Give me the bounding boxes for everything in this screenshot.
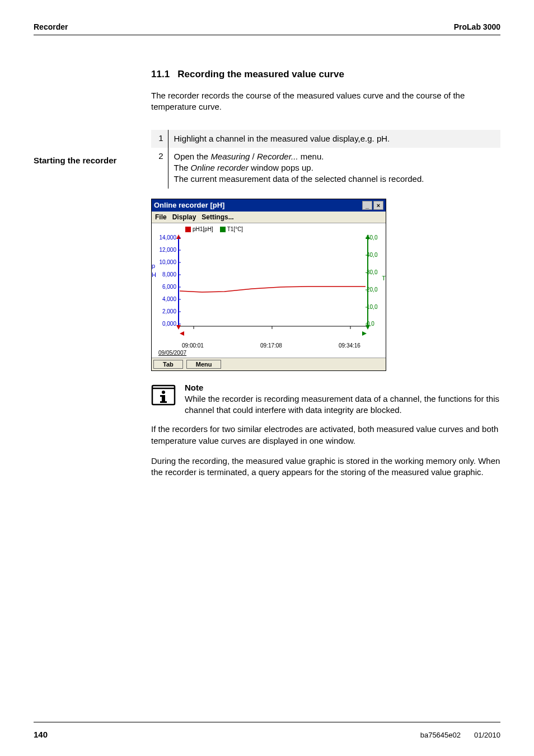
page-number: 140 [34,730,48,739]
intro-paragraph: The recorder records the course of the m… [151,90,500,113]
svg-marker-6 [366,325,370,330]
step-text: Highlight a channel in the measured valu… [168,130,500,148]
step-number: 1 [151,130,168,148]
minimize-button[interactable]: _ [362,201,372,210]
menu-display[interactable]: Display [172,213,196,221]
menu-file[interactable]: File [155,213,167,221]
svg-marker-24 [180,331,184,336]
svg-rect-31 [160,401,167,403]
svg-marker-25 [362,331,367,336]
chart-area: pH1[pH] T1[°C] 14,000 12,000 10,000 8,00… [152,223,386,358]
window-titlebar[interactable]: Online recorder [pH] _ × [152,199,386,212]
svg-marker-4 [176,325,181,330]
svg-marker-3 [176,234,181,239]
note-body: While the recorder is recording measurem… [185,393,500,416]
step-text: Open the Measuring / Recorder... menu. T… [168,148,500,189]
section-number: 11.1 [151,69,170,79]
footer-rule [34,722,500,722]
steps-table: 1 Highlight a channel in the measured va… [151,130,500,189]
footer-date: 01/2010 [474,731,500,739]
note-heading: Note [185,382,500,393]
x-tick: 09:34:16 [339,342,360,349]
step-number: 2 [151,148,168,189]
svg-rect-30 [160,395,163,397]
section-title-text: Recording the measured value curve [177,69,344,79]
menu-settings[interactable]: Settings... [202,213,233,221]
chart-svg [152,223,387,358]
section-title: 11.1 Recording the measured value curve [151,69,500,80]
header-right: ProLab 3000 [454,22,500,31]
x-tick: 09:17:08 [260,342,282,349]
header-rule [34,35,500,35]
header-left: Recorder [34,22,68,31]
menu-button[interactable]: Menu [186,360,222,369]
chart-date: 09/05/2007 [158,350,186,356]
recorder-window: Online recorder [pH] _ × File Display Se… [151,199,386,371]
paragraph-3: During the recording, the measured value… [151,456,500,478]
margin-label: Starting the recorder [34,156,140,165]
paragraph-2: If the recorders for two similar electro… [151,424,500,447]
svg-marker-5 [366,234,370,239]
close-button[interactable]: × [373,201,383,210]
info-icon [151,382,176,407]
tab-button[interactable]: Tab [153,360,183,369]
window-menubar: File Display Settings... [152,212,386,223]
svg-point-28 [162,391,165,394]
window-footer: Tab Menu [152,358,386,370]
window-title: Online recorder [pH] [154,201,224,209]
footer-docid: ba75645e02 [420,731,461,739]
x-tick: 09:00:01 [182,342,204,349]
